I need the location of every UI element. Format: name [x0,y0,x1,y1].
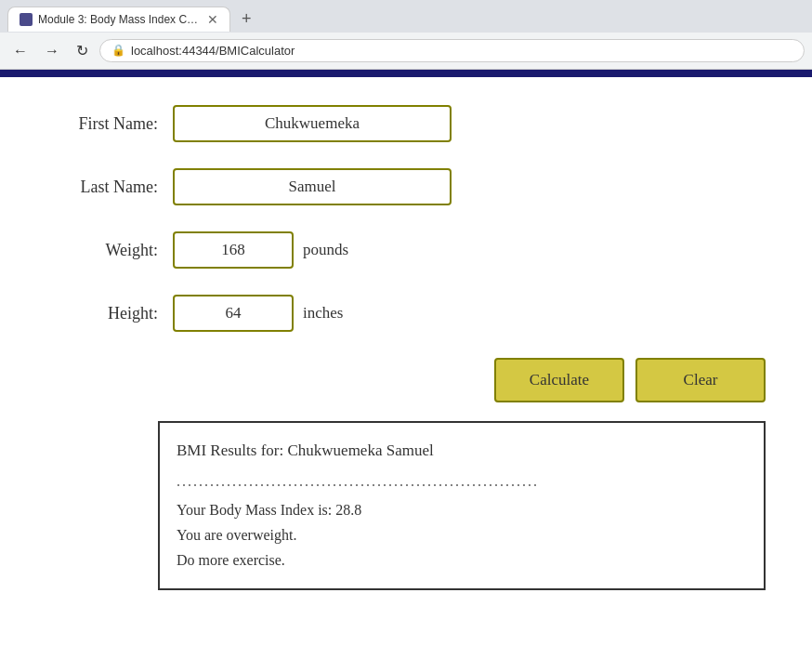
result-dots: ........................................… [177,468,747,494]
result-box: BMI Results for: Chukwuemeka Samuel ....… [158,421,766,590]
browser-chrome: Module 3: Body Mass Index Calc... ✕ + ← … [0,0,812,70]
tab-favicon [20,13,33,26]
height-unit-label: inches [303,304,343,323]
height-group: Height: inches [46,295,766,332]
accent-bar [0,70,812,77]
calculate-button[interactable]: Calculate [494,358,624,402]
last-name-group: Last Name: [46,168,766,205]
first-name-group: First Name: [46,105,766,142]
lock-icon: 🔒 [111,44,125,58]
active-tab[interactable]: Module 3: Body Mass Index Calc... ✕ [7,7,230,32]
clear-button[interactable]: Clear [635,358,766,402]
weight-group: Weight: pounds [46,231,766,269]
result-advice-line: Do more exercise. [177,547,747,573]
weight-label: Weight: [46,241,158,260]
result-bmi-line: Your Body Mass Index is: 28.8 [177,497,747,522]
weight-unit-label: pounds [303,241,348,259]
first-name-label: First Name: [46,114,158,134]
last-name-input[interactable] [173,168,452,205]
last-name-label: Last Name: [46,178,158,197]
new-tab-button[interactable]: + [234,6,259,33]
height-label: Height: [46,304,158,323]
back-button[interactable]: ← [7,39,33,63]
url-text: localhost:44344/BMICalculator [131,44,295,58]
refresh-button[interactable]: ↻ [71,38,94,63]
address-bar[interactable]: 🔒 localhost:44344/BMICalculator [99,39,805,62]
result-title: BMI Results for: Chukwuemeka Samuel [177,438,747,465]
height-input[interactable] [173,295,294,332]
tab-bar: Module 3: Body Mass Index Calc... ✕ + [0,0,812,33]
tab-close-button[interactable]: ✕ [207,13,218,26]
button-row: Calculate Clear [46,358,766,402]
forward-button[interactable]: → [39,39,65,63]
result-status-line: You are overweight. [177,522,747,547]
main-content: First Name: Last Name: Weight: pounds He… [0,77,812,618]
nav-bar: ← → ↻ 🔒 localhost:44344/BMICalculator [0,33,812,69]
weight-input[interactable] [173,231,294,269]
first-name-input[interactable] [173,105,452,142]
tab-title: Module 3: Body Mass Index Calc... [38,13,202,26]
